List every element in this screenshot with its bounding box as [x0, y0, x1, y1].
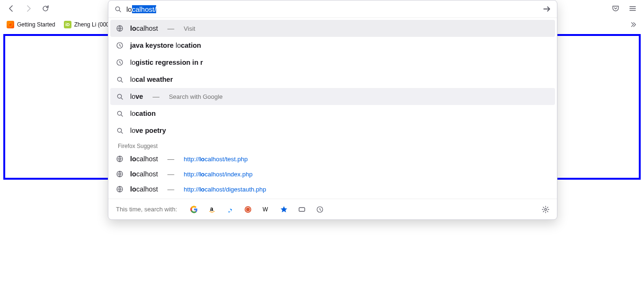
suggestion-text: love — [130, 93, 143, 100]
urlbar-input-row: localhost/ — [108, 0, 557, 17]
reload-button[interactable] — [38, 1, 53, 16]
suggestion-text: logistic regression in r — [130, 59, 203, 66]
bookmark-label: Getting Started — [17, 21, 55, 28]
reload-icon — [42, 5, 49, 12]
arrow-right-icon — [25, 5, 32, 12]
urlbar-autocomplete-text: calhost/ — [132, 5, 157, 13]
suggestion-text: java keystore location — [130, 42, 201, 49]
toolbar-right — [608, 1, 640, 16]
svg-point-19 — [545, 209, 547, 210]
svg-text:a: a — [210, 206, 213, 212]
firefox-icon — [7, 21, 14, 28]
suggestion-row[interactable]: local weather — [110, 71, 555, 88]
pocket-button[interactable] — [608, 1, 623, 16]
suggestion-title: localhost — [130, 185, 158, 193]
footer-label: This time, search with: — [116, 206, 177, 213]
separator-dash: — — [152, 93, 159, 100]
suggestion-title: localhost — [130, 155, 158, 163]
search-icon — [116, 127, 124, 134]
suggestion-url: http://localhost/test.php — [184, 156, 247, 163]
suggestion-text: localhost — [130, 25, 158, 32]
firefox-suggest-heading: Firefox Suggest — [110, 139, 555, 151]
orcid-icon: iD — [64, 21, 71, 28]
suggestion-row[interactable]: love poetry — [110, 122, 555, 139]
svg-point-6 — [117, 94, 121, 98]
search-icon — [116, 76, 124, 83]
separator-dash: — — [168, 170, 175, 178]
suggestion-row[interactable]: java keystore location — [110, 37, 555, 54]
bookmarks-icon[interactable] — [280, 206, 288, 213]
suggestion-title: localhost — [130, 170, 158, 178]
search-icon — [116, 93, 124, 100]
chevron-double-right-icon — [630, 21, 636, 28]
globe-icon — [116, 185, 124, 193]
forward-button[interactable] — [21, 1, 36, 16]
separator-dash: — — [168, 25, 175, 32]
separator-dash: — — [168, 155, 175, 163]
history-icon — [116, 59, 124, 66]
suggestion-action: Search with Google — [169, 93, 222, 100]
svg-text:W: W — [263, 206, 268, 213]
svg-point-1 — [115, 7, 119, 10]
suggestion-text: love poetry — [130, 127, 166, 134]
search-icon — [116, 110, 124, 117]
globe-icon — [116, 155, 124, 163]
menu-button[interactable] — [625, 1, 640, 16]
bookmarks-overflow-button[interactable] — [626, 19, 640, 30]
globe-icon — [116, 170, 124, 178]
search-engines-footer: This time, search with: a W — [108, 199, 557, 219]
svg-rect-17 — [299, 208, 305, 211]
suggestion-row[interactable]: localhost — http://localhost/digestauth.… — [110, 182, 555, 197]
svg-point-7 — [117, 111, 121, 115]
suggestion-row[interactable]: localhost — http://localhost/index.php — [110, 166, 555, 182]
suggestion-row[interactable]: localhost — Visit — [110, 20, 555, 37]
duckduckgo-icon[interactable] — [244, 206, 252, 213]
hamburger-icon — [629, 5, 636, 12]
urlbar-typed-text: lo — [126, 5, 132, 13]
suggestion-url: http://localhost/digestauth.php — [184, 186, 266, 193]
pocket-icon — [612, 5, 619, 12]
back-button[interactable] — [4, 1, 19, 16]
arrow-left-icon — [8, 5, 15, 12]
amazon-icon[interactable]: a — [208, 206, 216, 213]
suggestion-row[interactable]: love — Search with Google — [110, 88, 555, 105]
urlbar-input[interactable]: localhost/ — [126, 5, 538, 13]
suggestion-text: location — [130, 110, 156, 117]
svg-point-8 — [117, 128, 121, 132]
suggestion-row[interactable]: location — [110, 105, 555, 122]
suggestion-list: localhost — Visit java keystore location… — [108, 18, 557, 199]
history-icon — [116, 42, 124, 49]
svg-point-5 — [117, 77, 121, 81]
history-icon[interactable] — [316, 206, 324, 213]
urlbar-results-panel: localhost/ localhost — Visit java keysto… — [108, 0, 557, 220]
arrow-right-icon — [543, 5, 551, 13]
search-settings-button[interactable] — [542, 206, 549, 213]
go-button[interactable] — [543, 5, 551, 13]
suggestion-row[interactable]: localhost — http://localhost/test.php — [110, 151, 555, 166]
gear-icon — [542, 206, 549, 213]
suggestion-action: Visit — [184, 25, 195, 32]
bing-icon[interactable] — [226, 206, 234, 213]
suggestion-url: http://localhost/index.php — [184, 171, 252, 178]
suggestion-text: local weather — [130, 76, 173, 83]
wikipedia-icon[interactable]: W — [262, 206, 270, 213]
globe-icon — [116, 25, 124, 32]
suggestion-row[interactable]: logistic regression in r — [110, 54, 555, 71]
search-icon — [114, 5, 122, 13]
tabs-icon[interactable] — [298, 206, 306, 213]
google-icon[interactable] — [190, 206, 198, 213]
svg-point-15 — [246, 208, 250, 211]
separator-dash: — — [168, 185, 175, 193]
bookmark-item[interactable]: Getting Started — [4, 19, 58, 30]
